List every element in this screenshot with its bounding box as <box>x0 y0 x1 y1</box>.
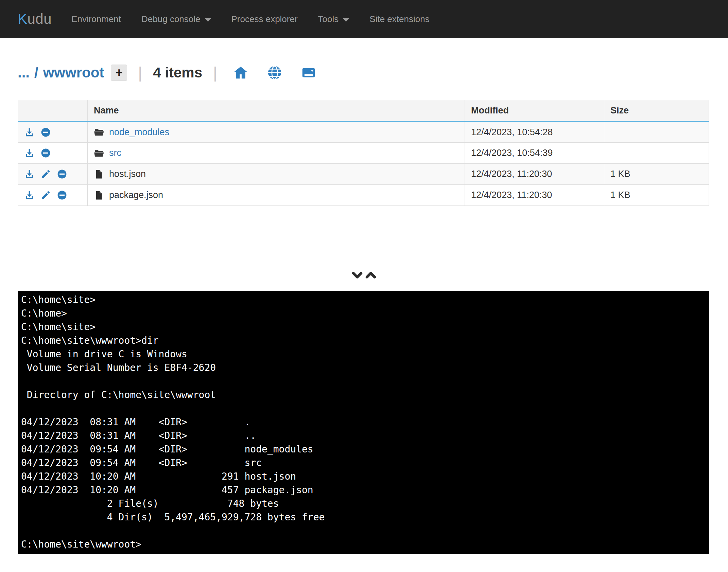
toolbar-divider: | <box>138 64 142 82</box>
nav-site-extensions[interactable]: Site extensions <box>359 0 439 38</box>
table-row: src 12/4/2023, 10:54:39 <box>18 143 709 164</box>
table-header-row: Name Modified Size <box>18 100 709 122</box>
chevron-down-icon <box>205 18 211 22</box>
modified-cell: 12/4/2023, 10:54:39 <box>465 143 604 164</box>
folder-icon <box>94 127 104 137</box>
modified-cell: 12/4/2023, 11:20:30 <box>465 164 604 185</box>
header-name: Name <box>88 100 465 122</box>
item-count: 4 items <box>153 65 202 81</box>
nav-tools-label: Tools <box>318 14 339 24</box>
nav-process-explorer-label: Process explorer <box>231 14 298 24</box>
download-icon[interactable] <box>24 148 35 158</box>
kudu-logo[interactable]: Kudu <box>18 11 52 27</box>
drive-icon[interactable] <box>301 65 316 81</box>
kudu-logo-rest: udu <box>28 11 52 27</box>
download-icon[interactable] <box>24 190 35 200</box>
debug-console[interactable]: C:\home\site> C:\home> C:\home\site> C:\… <box>18 291 709 554</box>
download-icon[interactable] <box>24 169 35 179</box>
kudu-logo-k: K <box>18 11 28 27</box>
nav-debug-console-label: Debug console <box>141 14 200 24</box>
breadcrumb-separator: / <box>34 65 38 81</box>
edit-icon[interactable] <box>40 169 51 179</box>
chevron-down-icon[interactable] <box>351 269 363 281</box>
file-icon <box>94 169 104 179</box>
folder-icon <box>94 148 104 158</box>
header-modified: Modified <box>465 100 604 122</box>
delete-icon[interactable] <box>57 190 67 200</box>
file-name: package.json <box>109 190 163 200</box>
console-resize-controls <box>0 269 728 282</box>
console-output[interactable]: C:\home\site> C:\home> C:\home\site> C:\… <box>21 293 706 551</box>
file-browser: Name Modified Size node_modules <box>18 100 709 206</box>
chevron-down-icon <box>343 18 349 22</box>
nav-tools[interactable]: Tools <box>308 0 360 38</box>
folder-link[interactable]: src <box>109 148 121 158</box>
nav-process-explorer[interactable]: Process explorer <box>221 0 308 38</box>
table-row: node_modules 12/4/2023, 10:54:28 <box>18 122 709 143</box>
toolbar-divider: | <box>213 64 217 82</box>
file-icon <box>94 190 104 200</box>
folder-link[interactable]: node_modules <box>109 127 169 138</box>
size-cell <box>604 122 709 143</box>
delete-icon[interactable] <box>40 127 51 138</box>
delete-icon[interactable] <box>57 169 67 179</box>
table-row: package.json 12/4/2023, 11:20:30 1 KB <box>18 185 709 206</box>
download-icon[interactable] <box>24 127 35 138</box>
modified-cell: 12/4/2023, 11:20:30 <box>465 185 604 206</box>
table-row: host.json 12/4/2023, 11:20:30 1 KB <box>18 164 709 185</box>
nav-environment[interactable]: Environment <box>61 0 131 38</box>
modified-cell: 12/4/2023, 10:54:28 <box>465 122 604 143</box>
home-icon[interactable] <box>233 65 248 81</box>
size-cell: 1 KB <box>604 164 709 185</box>
breadcrumb-current: wwwroot <box>43 65 104 81</box>
size-cell <box>604 143 709 164</box>
globe-icon[interactable] <box>267 65 282 81</box>
nav-debug-console[interactable]: Debug console <box>131 0 221 38</box>
file-toolbar: ... / wwwroot + | 4 items | <box>18 62 728 84</box>
header-actions <box>18 100 88 122</box>
header-size: Size <box>604 100 709 122</box>
edit-icon[interactable] <box>40 190 51 200</box>
nav-environment-label: Environment <box>71 14 121 24</box>
breadcrumb: ... / wwwroot <box>18 65 104 81</box>
main-nav: Environment Debug console Process explor… <box>61 0 440 38</box>
new-item-button[interactable]: + <box>111 65 127 81</box>
chevron-up-icon[interactable] <box>365 269 377 281</box>
nav-site-extensions-label: Site extensions <box>369 14 429 24</box>
toolbar-icons <box>233 65 316 81</box>
delete-icon[interactable] <box>40 148 51 158</box>
size-cell: 1 KB <box>604 185 709 206</box>
file-name: host.json <box>109 169 146 179</box>
top-navbar: Kudu Environment Debug console Process e… <box>0 0 728 38</box>
breadcrumb-parent-link[interactable]: ... <box>18 65 30 81</box>
